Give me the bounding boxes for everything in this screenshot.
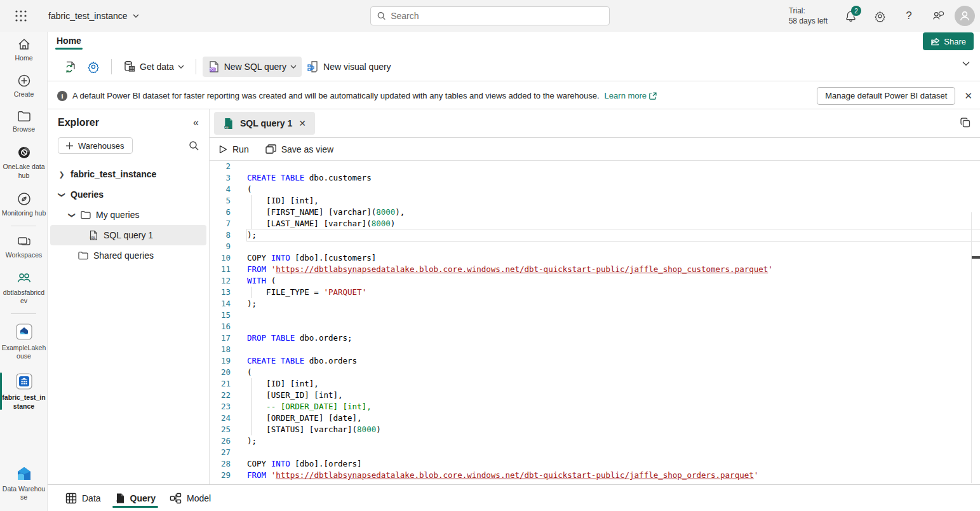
code-line-3[interactable]: CREATE TABLE dbo.customers bbox=[247, 172, 980, 184]
banner-close-icon[interactable]: ✕ bbox=[964, 90, 972, 102]
settings-button[interactable] bbox=[867, 3, 892, 29]
rail-item-examplelakehouse[interactable]: ExampleLakehouse bbox=[0, 317, 48, 366]
chevron-down-icon: ❯ bbox=[68, 211, 76, 219]
code-line-2[interactable] bbox=[247, 161, 980, 172]
tree-item-my-queries[interactable]: ❯ My queries bbox=[48, 205, 209, 225]
top-bar: fabric_test_instance Trial: 58 days left… bbox=[0, 0, 980, 32]
copy-icon[interactable] bbox=[960, 117, 971, 128]
info-banner: i A default Power BI dataset for faster … bbox=[48, 83, 980, 109]
code-line-25[interactable]: [STATUS] [varchar](8000) bbox=[247, 424, 980, 435]
code-line-16[interactable] bbox=[247, 321, 980, 332]
learn-more-link[interactable]: Learn more bbox=[605, 91, 657, 100]
rail-item-dbtlabsfabricdev[interactable]: dbtlabsfabricdev bbox=[0, 265, 48, 311]
add-warehouses-button[interactable]: Warehouses bbox=[58, 137, 133, 154]
rail-item-browse[interactable]: Browse bbox=[0, 104, 48, 139]
rail-item-fabric-test-instance[interactable]: fabric_test_instance bbox=[0, 366, 48, 416]
global-search[interactable] bbox=[370, 6, 610, 25]
explorer-search-icon[interactable] bbox=[189, 140, 199, 151]
save-view-icon bbox=[265, 144, 276, 154]
run-button[interactable]: Run bbox=[219, 144, 249, 154]
tree-item-warehouse[interactable]: ❯ fabric_test_instance bbox=[48, 164, 209, 184]
app-launcher-waffle-icon[interactable] bbox=[5, 0, 37, 32]
rail-item-monitoring-hub[interactable]: Monitoring hub bbox=[0, 186, 48, 223]
code-line-12[interactable]: WITH ( bbox=[247, 275, 980, 287]
search-input[interactable] bbox=[391, 11, 603, 21]
code-line-19[interactable]: CREATE TABLE dbo.orders bbox=[247, 355, 980, 367]
tab-query[interactable]: Query bbox=[111, 487, 159, 509]
share-button[interactable]: Share bbox=[923, 32, 974, 50]
rail-divider bbox=[11, 313, 36, 314]
get-data-button[interactable]: Get data bbox=[118, 57, 189, 77]
code-line-14[interactable]: ); bbox=[247, 298, 980, 310]
tree-item-shared-queries[interactable]: Shared queries bbox=[48, 245, 209, 266]
code-line-10[interactable]: COPY INTO [dbo].[customers] bbox=[247, 252, 980, 264]
code-line-17[interactable]: DROP TABLE dbo.orders; bbox=[247, 332, 980, 344]
chevron-right-icon: ❯ bbox=[58, 170, 65, 179]
editor-scrollbar-border bbox=[971, 212, 972, 483]
rail-item-workspaces[interactable]: Workspaces bbox=[0, 229, 48, 265]
code-line-27[interactable] bbox=[247, 447, 980, 458]
tab-model[interactable]: Model bbox=[166, 487, 215, 509]
sql-file-icon: SQL bbox=[208, 60, 220, 73]
code-line-28[interactable]: COPY INTO [dbo].[orders] bbox=[247, 458, 980, 470]
tab-home[interactable]: Home bbox=[53, 33, 85, 48]
code-line-13[interactable]: FILE_TYPE = 'PARQUET' bbox=[247, 287, 980, 298]
line-numbers: 2345678910111213141516171819202122232425… bbox=[210, 161, 238, 483]
tab-data[interactable]: Data bbox=[62, 487, 105, 509]
lakehouse-icon bbox=[15, 322, 34, 341]
data-warehouse-icon bbox=[15, 466, 33, 482]
scrollbar-marker[interactable] bbox=[972, 256, 980, 259]
code-line-24[interactable]: [ORDER_DATE] [date], bbox=[247, 412, 980, 424]
code-editor[interactable]: 2345678910111213141516171819202122232425… bbox=[210, 161, 980, 483]
help-button[interactable]: ? bbox=[896, 3, 922, 29]
code-line-23[interactable]: -- [ORDER_DATE] [int], bbox=[247, 401, 980, 412]
code-line-8[interactable]: ); bbox=[247, 229, 980, 241]
ribbon-collapse-chevron[interactable] bbox=[962, 61, 970, 66]
new-visual-query-button[interactable]: New visual query bbox=[302, 57, 396, 77]
code-line-7[interactable]: [LAST_NAME] [varchar](8000) bbox=[247, 218, 980, 229]
ribbon-settings-button[interactable] bbox=[82, 57, 105, 77]
account-avatar[interactable] bbox=[955, 6, 975, 26]
rail-item-home[interactable]: Home bbox=[0, 32, 48, 68]
feedback-button[interactable] bbox=[925, 3, 951, 29]
share-icon bbox=[930, 37, 940, 46]
code-line-9[interactable] bbox=[247, 241, 980, 252]
page-tab-row: Home Share bbox=[48, 32, 980, 52]
chevron-down-icon bbox=[178, 65, 184, 69]
code-line-15[interactable] bbox=[247, 310, 980, 321]
chevron-down-icon bbox=[962, 61, 970, 66]
manage-default-dataset-button[interactable]: Manage default Power BI dataset bbox=[817, 87, 955, 105]
code-line-29[interactable]: FROM 'https://dbtlabsynapsedatalake.blob… bbox=[247, 470, 980, 481]
code-line-26[interactable]: ); bbox=[247, 435, 980, 447]
chevron-down-icon: ❯ bbox=[58, 191, 66, 198]
refresh-dataset-button[interactable] bbox=[59, 57, 82, 77]
close-tab-icon[interactable]: ✕ bbox=[299, 118, 306, 128]
save-as-view-button[interactable]: Save as view bbox=[265, 144, 333, 154]
tab-sql-query-1[interactable]: SQL SQL query 1 ✕ bbox=[214, 112, 315, 135]
code-line-20[interactable]: ( bbox=[247, 367, 980, 378]
collapse-panel-icon[interactable]: « bbox=[193, 117, 199, 128]
rail-item-data-warehouse[interactable]: Data Warehouse bbox=[0, 460, 48, 507]
code-line-22[interactable]: [USER_ID] [int], bbox=[247, 390, 980, 401]
code-line-6[interactable]: [FIRST_NAME] [varchar](8000), bbox=[247, 207, 980, 218]
feedback-icon bbox=[932, 10, 944, 22]
code-line-21[interactable]: [ID] [int], bbox=[247, 378, 980, 390]
rail-item-onelake-data-hub[interactable]: OneLake data hub bbox=[0, 139, 48, 185]
folder-icon bbox=[17, 110, 31, 123]
code-line-11[interactable]: FROM 'https://dbtlabsynapsedatalake.blob… bbox=[247, 264, 980, 275]
tree-item-queries[interactable]: ❯ Queries bbox=[48, 184, 209, 205]
rail-item-create[interactable]: Create bbox=[0, 68, 48, 104]
sql-file-icon: SQL bbox=[88, 230, 98, 241]
code-line-18[interactable] bbox=[247, 344, 980, 355]
database-table-icon bbox=[123, 60, 136, 73]
code-line-5[interactable]: [ID] [int], bbox=[247, 195, 980, 207]
workspace-switcher[interactable]: fabric_test_instance bbox=[48, 11, 139, 21]
code-line-4[interactable]: ( bbox=[247, 184, 980, 195]
tree-item-sql-query-1[interactable]: SQL SQL query 1 bbox=[50, 225, 206, 245]
question-mark-icon: ? bbox=[906, 10, 911, 22]
notifications-button[interactable]: 2 bbox=[838, 3, 863, 29]
play-icon bbox=[219, 145, 227, 154]
view-switcher-bar: Data Query Model bbox=[48, 484, 980, 511]
left-nav-rail: Home Create Browse OneLake data hub Moni… bbox=[0, 32, 48, 511]
new-sql-query-button[interactable]: SQL New SQL query bbox=[203, 57, 302, 77]
